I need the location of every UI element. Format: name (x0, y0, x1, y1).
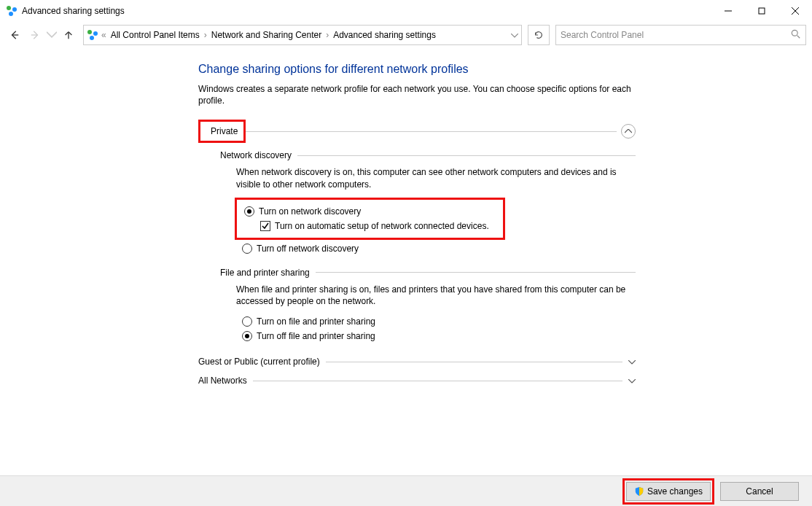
svg-point-2 (9, 12, 13, 16)
radio-turn-on-discovery[interactable]: Turn on network discovery (244, 204, 496, 219)
chevron-down-icon[interactable] (511, 30, 518, 40)
section-all-label: All Networks (198, 375, 247, 386)
chevron-right-icon: › (324, 30, 330, 40)
section-all-header[interactable]: All Networks (198, 375, 636, 386)
search-icon (791, 29, 801, 42)
svg-point-0 (7, 6, 11, 10)
chevron-right-icon: › (203, 30, 208, 40)
cancel-button[interactable]: Cancel (720, 482, 799, 501)
page-description: Windows creates a separate network profi… (198, 83, 636, 106)
checkbox-icon (260, 221, 270, 231)
file-printer-header: File and printer sharing (220, 268, 310, 278)
file-printer-desc: When file and printer sharing is on, fil… (236, 284, 636, 307)
radio-label: Turn on network discovery (259, 206, 361, 217)
radio-turn-on-sharing[interactable]: Turn on file and printer sharing (242, 314, 636, 329)
divider (326, 362, 622, 362)
close-button[interactable] (778, 0, 812, 22)
svg-rect-4 (759, 8, 765, 14)
divider (316, 272, 636, 273)
refresh-button[interactable] (528, 25, 550, 45)
radio-icon (242, 331, 252, 341)
minimize-button[interactable] (711, 0, 745, 22)
section-private-header[interactable]: Private (198, 120, 636, 143)
svg-point-1 (12, 7, 17, 12)
checkbox-auto-setup[interactable]: Turn on automatic setup of network conne… (260, 219, 496, 233)
save-label: Save changes (647, 486, 703, 497)
breadcrumb-item[interactable]: All Control Panel Items (108, 30, 203, 40)
cancel-label: Cancel (746, 486, 773, 497)
footer: Save changes Cancel (0, 475, 812, 506)
forward-button[interactable] (26, 26, 44, 44)
radio-label: Turn on file and printer sharing (257, 316, 375, 327)
radio-icon (242, 244, 252, 254)
navbar: « All Control Panel Items › Network and … (0, 22, 812, 48)
back-button[interactable] (6, 26, 23, 44)
radio-turn-off-sharing[interactable]: Turn off file and printer sharing (242, 329, 636, 343)
content-area: Change sharing options for different net… (0, 48, 636, 386)
svg-point-11 (90, 36, 94, 40)
chevron-up-icon[interactable] (621, 124, 636, 139)
breadcrumb-prefix: « (100, 30, 108, 40)
network-discovery-desc: When network discovery is on, this compu… (236, 166, 636, 190)
breadcrumb-item[interactable]: Network and Sharing Center (208, 30, 324, 40)
breadcrumb-item[interactable]: Advanced sharing settings (330, 30, 439, 40)
radio-label: Turn off network discovery (257, 244, 359, 254)
maximize-button[interactable] (745, 0, 778, 22)
subsection-network-discovery: Network discovery When network discovery… (220, 150, 636, 255)
radio-turn-off-discovery[interactable]: Turn off network discovery (242, 241, 636, 256)
radio-icon (242, 316, 252, 327)
highlighted-options: Turn on network discovery Turn on automa… (235, 198, 505, 240)
chevron-down-icon[interactable] (628, 375, 636, 386)
svg-line-13 (797, 35, 800, 38)
network-icon (87, 29, 98, 41)
section-private-label: Private (198, 120, 246, 143)
save-highlight: Save changes (622, 478, 714, 505)
subsection-file-printer: File and printer sharing When file and p… (220, 268, 636, 343)
section-guest-label: Guest or Public (current profile) (198, 357, 320, 367)
network-icon (6, 5, 17, 17)
search-input[interactable]: Search Control Panel (555, 25, 806, 45)
svg-point-9 (87, 30, 92, 34)
svg-point-12 (792, 30, 797, 36)
save-button[interactable]: Save changes (626, 482, 711, 501)
divider (297, 155, 636, 156)
divider (253, 381, 622, 381)
history-dropdown-button[interactable] (47, 26, 57, 44)
up-button[interactable] (60, 26, 77, 44)
breadcrumb[interactable]: « All Control Panel Items › Network and … (83, 25, 522, 45)
search-placeholder: Search Control Panel (561, 30, 644, 40)
checkbox-label: Turn on automatic setup of network conne… (275, 221, 489, 231)
shield-icon (634, 486, 644, 497)
divider (246, 131, 617, 132)
chevron-down-icon[interactable] (628, 357, 636, 367)
svg-point-10 (93, 31, 98, 36)
page-title: Change sharing options for different net… (198, 63, 636, 76)
window-title: Advanced sharing settings (22, 6, 125, 16)
network-discovery-header: Network discovery (220, 150, 292, 160)
radio-icon (244, 206, 254, 217)
section-guest-header[interactable]: Guest or Public (current profile) (198, 357, 636, 367)
radio-label: Turn off file and printer sharing (257, 331, 375, 341)
titlebar: Advanced sharing settings (0, 0, 812, 22)
